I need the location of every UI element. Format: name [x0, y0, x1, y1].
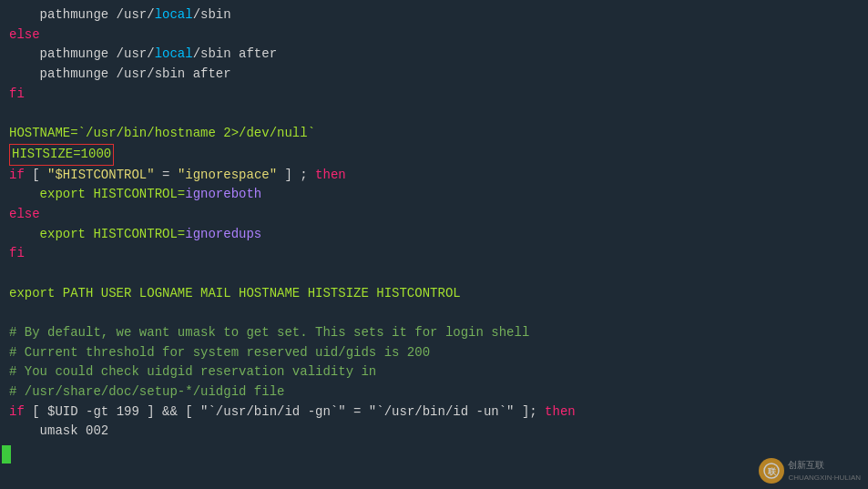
- code-token: fi: [9, 246, 25, 260]
- code-token: /sbin: [193, 7, 231, 22]
- watermark-text: 创新互联 CHUANGXIN·HULIAN: [788, 458, 861, 484]
- code-token: if: [9, 404, 25, 419]
- green-indicator: [2, 445, 11, 464]
- code-line: HOSTNAME=`/usr/bin/hostname 2>/dev/null`: [5, 124, 868, 144]
- code-token: ignoreboth: [185, 187, 261, 201]
- code-line: [5, 264, 868, 284]
- code-token: export HISTCONTROL=: [9, 187, 185, 201]
- code-line: # Current threshold for system reserved …: [5, 343, 868, 363]
- code-token: pathmunge /usr/sbin after: [9, 66, 231, 81]
- code-line: else: [5, 25, 868, 46]
- code-token: else: [9, 27, 40, 42]
- code-token: export PATH USER LOGNAME MAIL HOSTNAME H…: [9, 286, 461, 301]
- code-line: umask 002: [5, 422, 868, 442]
- code-token: [ $UID -gt 199 ] && [ "`/usr/bin/id -gn`…: [25, 404, 545, 419]
- code-line: pathmunge /usr/local/sbin after: [5, 45, 868, 65]
- code-token: ignoredups: [185, 227, 261, 241]
- code-token: pathmunge /usr/: [9, 7, 155, 22]
- code-token: if: [9, 168, 25, 182]
- code-token: # You could check uidgid reservation val…: [9, 364, 376, 379]
- code-token: # By default, we want umask to get set. …: [9, 325, 529, 340]
- code-token: ] ;: [277, 168, 315, 182]
- code-line: pathmunge /usr/local/sbin: [5, 5, 868, 25]
- code-line: # /usr/share/doc/setup-*/uidgid file: [5, 382, 868, 402]
- code-line: export PATH USER LOGNAME MAIL HOSTNAME H…: [5, 284, 868, 304]
- code-token: local: [155, 7, 193, 22]
- code-token: HOSTNAME=`/usr/bin/hostname 2>/dev/null`: [9, 126, 315, 140]
- code-line: if [ "$HISTCONTROL" = "ignorespace" ] ; …: [5, 166, 868, 186]
- code-token: =: [155, 168, 178, 182]
- code-line: fi: [5, 85, 868, 105]
- svg-text:联: 联: [767, 467, 777, 477]
- watermark-logo: 联: [759, 458, 784, 484]
- code-line: fi: [5, 244, 868, 264]
- code-token: "ignorespace": [178, 168, 277, 182]
- code-line: HISTSIZE=1000: [5, 144, 868, 166]
- code-line: # By default, we want umask to get set. …: [5, 323, 868, 343]
- code-token: # /usr/share/doc/setup-*/uidgid file: [9, 384, 284, 399]
- code-line: export HISTCONTROL=ignoreboth: [5, 185, 868, 205]
- code-line: export HISTCONTROL=ignoredups: [5, 225, 868, 245]
- code-token: export HISTCONTROL=: [9, 227, 185, 241]
- code-line: else: [5, 205, 868, 225]
- highlighted-code: HISTSIZE=1000: [9, 144, 114, 166]
- code-token: then: [545, 404, 576, 419]
- code-token: # Current threshold for system reserved …: [9, 345, 430, 360]
- code-token: local: [155, 46, 193, 61]
- code-line: if [ $UID -gt 199 ] && [ "`/usr/bin/id -…: [5, 402, 868, 423]
- code-line: [5, 303, 868, 323]
- code-token: then: [315, 168, 346, 182]
- code-token: "$HISTCONTROL": [47, 168, 155, 182]
- code-line: pathmunge /usr/sbin after: [5, 65, 868, 85]
- code-line: [5, 104, 868, 124]
- code-token: else: [9, 207, 40, 221]
- code-token: pathmunge /usr/: [9, 46, 155, 61]
- watermark: 联 创新互联 CHUANGXIN·HULIAN: [759, 458, 861, 484]
- code-token: fi: [9, 87, 25, 101]
- code-container: pathmunge /usr/local/sbinelse pathmunge …: [0, 0, 868, 489]
- code-line: # You could check uidgid reservation val…: [5, 362, 868, 382]
- code-token: [: [25, 168, 47, 182]
- code-token: /sbin after: [193, 46, 277, 61]
- code-token: umask 002: [9, 423, 108, 438]
